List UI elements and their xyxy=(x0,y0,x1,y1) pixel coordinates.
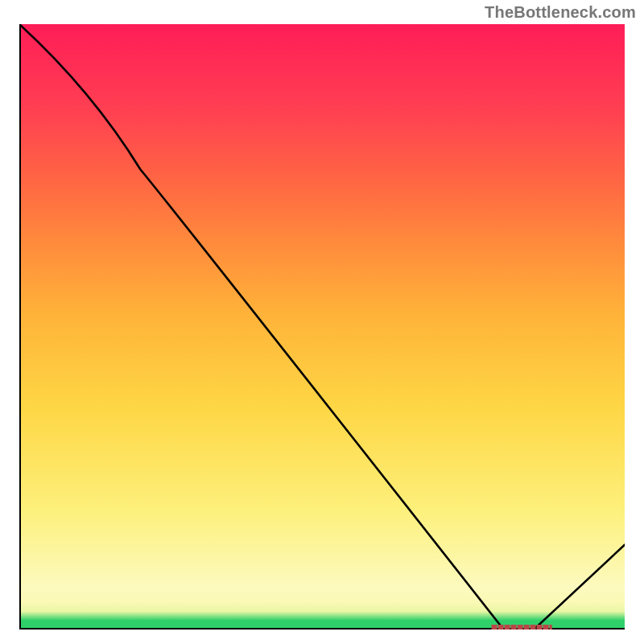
x-axis-line xyxy=(19,628,625,630)
attribution-label: TheBottleneck.com xyxy=(485,3,636,22)
y-axis-line xyxy=(19,24,21,630)
chart-container: TheBottleneck.com xyxy=(0,0,644,644)
plot-gradient-background xyxy=(19,24,625,630)
